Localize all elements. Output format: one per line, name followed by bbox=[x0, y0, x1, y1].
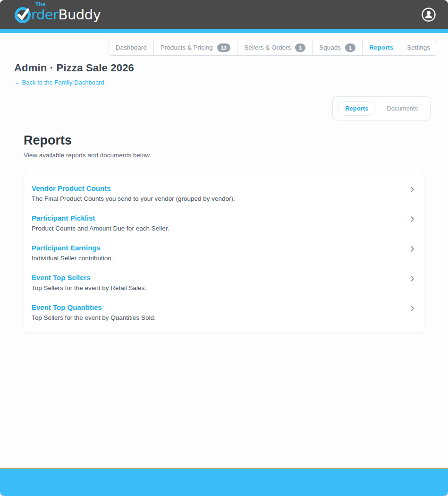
report-title: Participant Picklist bbox=[32, 214, 401, 222]
tab-products-pricing[interactable]: Products & Pricing 13 bbox=[153, 40, 237, 55]
page-header: Admin · Pizza Sale 2026 ← Back to the Fa… bbox=[0, 56, 448, 86]
report-item-vendor-product-counts[interactable]: Vendor Product Counts The Final Product … bbox=[24, 179, 424, 208]
tab-label: Products & Pricing bbox=[161, 44, 213, 51]
tab-label: Squads bbox=[319, 44, 341, 51]
tab-label: Reports bbox=[369, 44, 393, 51]
chevron-right-icon bbox=[410, 305, 415, 312]
count-badge: 1 bbox=[295, 43, 305, 52]
top-bar: The rder Buddy bbox=[0, 0, 448, 29]
footer bbox=[0, 468, 448, 496]
report-description: The Final Product Counts you send to you… bbox=[32, 195, 401, 202]
tab-reports[interactable]: Reports bbox=[362, 40, 400, 55]
tab-label: Sellers & Orders bbox=[244, 44, 291, 51]
reports-documents-toggle: Reports Documents bbox=[332, 96, 431, 120]
account-button[interactable] bbox=[421, 7, 437, 23]
reports-list-card: Vendor Product Counts The Final Product … bbox=[24, 173, 424, 333]
app-window: The rder Buddy Dashboard Products & Pric… bbox=[0, 0, 448, 496]
report-title: Participant Earnings bbox=[32, 244, 401, 252]
chevron-right-icon bbox=[410, 245, 415, 253]
report-title: Event Top Sellers bbox=[32, 274, 401, 282]
report-title: Event Top Quantities bbox=[32, 303, 401, 311]
report-item-participant-picklist[interactable]: Participant Picklist Product Counts and … bbox=[24, 208, 424, 238]
tab-dashboard[interactable]: Dashboard bbox=[109, 40, 153, 55]
report-title: Vendor Product Counts bbox=[32, 184, 401, 192]
logo-order: rder bbox=[31, 8, 59, 22]
tab-sellers-orders[interactable]: Sellers & Orders 1 bbox=[237, 40, 312, 55]
chevron-right-icon bbox=[410, 215, 415, 223]
account-circle-icon bbox=[421, 7, 436, 22]
logo-the: The bbox=[35, 2, 46, 7]
accent-stripe bbox=[0, 29, 448, 33]
orderbuddy-logo[interactable]: The rder Buddy bbox=[13, 5, 101, 24]
count-badge: 1 bbox=[345, 43, 355, 52]
report-item-participant-earnings[interactable]: Participant Earnings Individual Seller c… bbox=[24, 238, 424, 268]
back-to-family-dashboard-link[interactable]: ← Back to the Family Dashboard bbox=[14, 79, 104, 86]
reports-section-header: Reports View available reports and docum… bbox=[0, 120, 448, 159]
report-description: Individual Seller contribution. bbox=[32, 255, 401, 262]
view-toggle-row: Reports Documents bbox=[0, 86, 448, 120]
tab-squads[interactable]: Squads 1 bbox=[312, 40, 362, 55]
tab-settings[interactable]: Settings bbox=[400, 40, 437, 55]
page-title: Admin · Pizza Sale 2026 bbox=[14, 62, 434, 74]
report-item-event-top-quantities[interactable]: Event Top Quantities Top Sellers for the… bbox=[24, 298, 424, 327]
event-nav-tabs: Dashboard Products & Pricing 13 Sellers … bbox=[109, 40, 437, 56]
report-item-event-top-sellers[interactable]: Event Top Sellers Top Sellers for the ev… bbox=[24, 268, 424, 298]
chevron-right-icon bbox=[410, 186, 415, 193]
section-title: Reports bbox=[24, 133, 424, 148]
report-description: Top Sellers for the event by Retail Sale… bbox=[32, 284, 401, 291]
tab-bar-row: Dashboard Products & Pricing 13 Sellers … bbox=[0, 33, 448, 56]
logo-buddy: Buddy bbox=[59, 8, 101, 22]
toggle-reports[interactable]: Reports bbox=[338, 101, 376, 116]
check-circle-logo-icon bbox=[13, 5, 32, 24]
tab-label: Settings bbox=[407, 44, 430, 51]
tab-label: Dashboard bbox=[116, 44, 147, 51]
count-badge: 13 bbox=[217, 43, 230, 52]
toggle-documents[interactable]: Documents bbox=[379, 101, 425, 116]
chevron-right-icon bbox=[410, 275, 415, 282]
main-content: Dashboard Products & Pricing 13 Sellers … bbox=[0, 33, 448, 468]
report-description: Product Counts and Amount Due for each S… bbox=[32, 225, 401, 232]
section-subtitle: View available reports and documents bel… bbox=[24, 152, 424, 159]
report-description: Top Sellers for the event by Quantities … bbox=[32, 314, 401, 321]
